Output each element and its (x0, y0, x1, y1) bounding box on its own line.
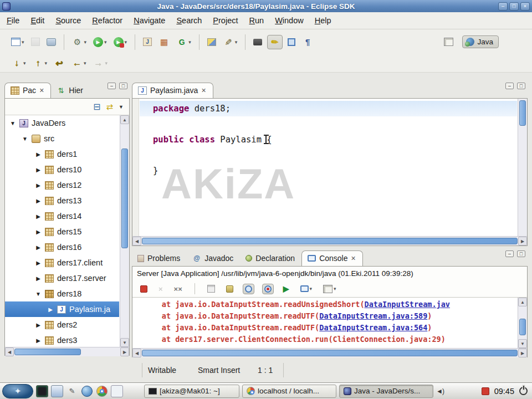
volume-icon[interactable]: ◄) (436, 387, 444, 395)
code-editor[interactable]: package ders18; public class Paylasim { … (132, 98, 528, 246)
last-edit-location-button[interactable]: ↩ (52, 57, 66, 70)
save-button[interactable] (29, 37, 42, 47)
start-menu-button[interactable]: ✦ (2, 384, 33, 398)
tree-scroll-thumb[interactable] (121, 149, 128, 248)
tab-console[interactable]: Console × (301, 250, 363, 266)
tree-item-ders13[interactable]: ▶ders13 (5, 193, 129, 208)
editor-scroll-thumb[interactable] (519, 100, 526, 126)
open-console-button[interactable]: ▾ (321, 284, 338, 294)
open-type-button[interactable] (206, 37, 218, 47)
tree-item-src[interactable]: ▼src (5, 131, 129, 146)
tab-declaration[interactable]: Declaration (240, 251, 301, 266)
minimize-view-button[interactable]: – (108, 83, 116, 89)
forward-button[interactable]: →▾ (91, 57, 110, 70)
stack-trace-link[interactable]: DataInputStream.java:589 (319, 311, 427, 320)
editor-hscroll-thumb[interactable] (142, 238, 518, 244)
collapse-all-icon[interactable]: ⊟ (93, 101, 100, 112)
toggle-breadcrumb-button[interactable] (252, 38, 264, 47)
editor-horizontal-scrollbar[interactable]: ◀ ▶ (132, 236, 527, 245)
new-wizard-button[interactable]: ▾ (9, 37, 26, 47)
menu-project[interactable]: Project (213, 16, 238, 25)
menu-search[interactable]: Search (176, 16, 202, 25)
pin-console-button[interactable]: ▶ (282, 283, 291, 294)
show-whitespace-button[interactable]: ¶ (300, 35, 315, 49)
show-stderr-button[interactable] (262, 284, 274, 294)
minimize-console-button[interactable]: – (505, 250, 514, 257)
tab-javadoc[interactable]: @ Javadoc (187, 251, 240, 266)
tree-item-ders1[interactable]: ▶ders1 (5, 146, 129, 162)
console-hscroll-thumb[interactable] (142, 350, 518, 356)
run-button[interactable]: ▶▾ (91, 36, 109, 48)
tree-vertical-scrollbar[interactable]: ▲ ▼ (120, 115, 129, 347)
maximize-view-button[interactable]: □ (119, 83, 127, 89)
task-chrome[interactable]: localhost / localh... (242, 385, 336, 398)
tab-close-icon[interactable]: × (39, 86, 44, 95)
tree-item-ders3[interactable]: ▶ders3 (5, 332, 129, 348)
tab-close-icon[interactable]: × (201, 86, 206, 95)
console-output[interactable]: at java.io.DataInputStream.readUnsignedS… (132, 298, 527, 357)
scroll-right-icon[interactable]: ▶ (518, 237, 527, 245)
java-perspective-button[interactable]: Java (462, 35, 499, 48)
scroll-left-icon[interactable]: ◀ (5, 347, 14, 356)
chrome-launcher-icon[interactable] (96, 385, 108, 397)
stack-trace-link[interactable]: DataInputStream.java:564 (319, 323, 427, 332)
terminal-launcher-icon[interactable] (36, 385, 48, 397)
tab-close-icon[interactable]: × (351, 254, 356, 263)
task-eclipse[interactable]: Java - JavaDers/s... (339, 385, 433, 398)
tree-item-ders12[interactable]: ▶ders12 (5, 177, 129, 193)
scroll-up-icon[interactable]: ▲ (120, 115, 129, 124)
clear-console-button[interactable] (206, 284, 217, 294)
console-scroll-thumb[interactable] (519, 319, 526, 335)
tab-package-explorer[interactable]: Pac × (4, 83, 51, 98)
tree-hscroll-thumb[interactable] (14, 349, 81, 355)
new-java-project-button[interactable]: J (141, 37, 154, 47)
tree-item-ders14[interactable]: ▶ders14 (5, 208, 129, 224)
new-class-button[interactable]: G▾ (175, 35, 193, 49)
remove-all-launches-button[interactable]: ×× (172, 284, 184, 294)
tree-item-ders17-server[interactable]: ▶ders17.server (5, 270, 129, 286)
remove-launch-button[interactable]: × (157, 284, 165, 294)
menu-source[interactable]: Source (55, 16, 81, 25)
menu-run[interactable]: Run (249, 16, 264, 25)
maximize-console-button[interactable]: □ (517, 250, 525, 257)
tab-problems[interactable]: Problems (132, 251, 187, 266)
menu-file[interactable]: File (7, 16, 19, 25)
print-button[interactable] (45, 37, 58, 47)
tree-item-ders18[interactable]: ▼ders18 (5, 286, 129, 301)
show-desktop-icon[interactable] (111, 385, 123, 397)
view-menu-icon[interactable]: ▼ (119, 104, 124, 110)
console-horizontal-scrollbar[interactable]: ◀ ▶ (132, 348, 527, 357)
link-with-editor-icon[interactable]: ⇄ (106, 102, 114, 112)
recording-indicator-icon[interactable] (482, 387, 489, 395)
editor-vertical-scrollbar[interactable] (518, 99, 527, 236)
debug-button[interactable]: ⚙▾ (70, 35, 89, 49)
maximize-button[interactable]: □ (509, 2, 519, 11)
menu-edit[interactable]: Edit (30, 16, 44, 25)
menu-refactor[interactable]: Refactor (92, 16, 122, 25)
block-selection-button[interactable] (286, 37, 297, 47)
scroll-down-icon[interactable]: ▼ (120, 338, 129, 347)
scroll-up-icon[interactable]: ▲ (518, 298, 527, 306)
scroll-down-icon[interactable]: ▼ (518, 339, 527, 348)
stack-trace-link[interactable]: DataInputStream.jav (365, 300, 450, 309)
minimize-button[interactable]: – (498, 2, 508, 11)
power-icon[interactable] (519, 387, 528, 395)
minimize-editor-button[interactable]: – (505, 83, 514, 89)
console-vertical-scrollbar[interactable]: ▲ ▼ (518, 298, 527, 348)
scroll-left-icon[interactable]: ◀ (132, 349, 141, 357)
tab-paylasim-java[interactable]: J Paylasim.java × (132, 83, 213, 98)
tree-item-ders17-client[interactable]: ▶ders17.client (5, 255, 129, 270)
file-manager-launcher-icon[interactable] (51, 385, 63, 397)
tree-item-ders2[interactable]: ▶ders2 (5, 317, 129, 332)
back-button[interactable]: ←▾ (70, 57, 88, 70)
tree-item-ders15[interactable]: ▶ders15 (5, 224, 129, 239)
tree-item-paylasim-java[interactable]: ▶JPaylasim.ja (5, 301, 119, 317)
tab-type-hierarchy[interactable]: ⇅ Hier (51, 83, 90, 98)
browser-launcher-icon[interactable] (81, 385, 93, 397)
tree-item-ders16[interactable]: ▶ders16 (5, 239, 129, 255)
task-terminal[interactable]: [akiza@Mak01: ~] (144, 385, 239, 398)
menu-help[interactable]: Help (315, 16, 331, 25)
editor-launcher-icon[interactable]: ✎ (66, 385, 78, 397)
next-annotation-button[interactable]: ↓▾ (9, 57, 28, 70)
open-perspective-button[interactable] (442, 37, 455, 47)
